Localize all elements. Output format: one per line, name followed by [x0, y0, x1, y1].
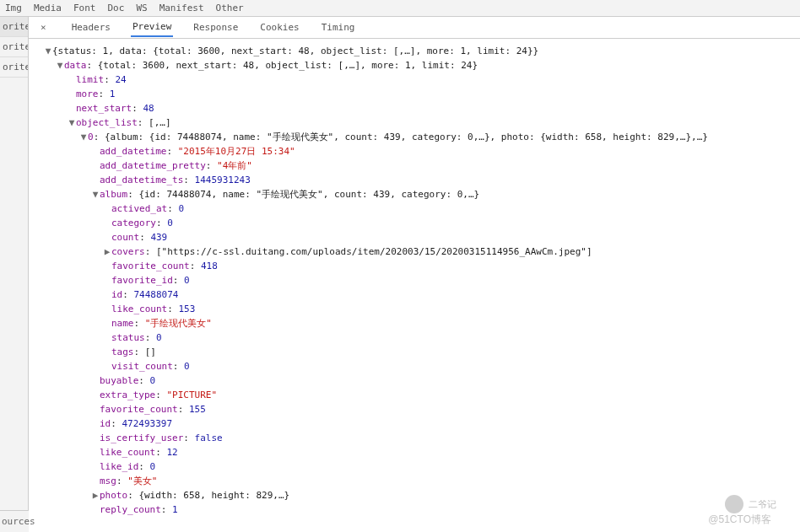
val-data[interactable]: {total: 3600, next_start: 48, object_lis… — [98, 60, 478, 71]
key-data[interactable]: data — [64, 60, 87, 71]
key-status[interactable]: status — [111, 332, 145, 343]
val-favorite-id: 0 — [184, 275, 190, 286]
tab-font[interactable]: Font — [73, 3, 96, 13]
val-add-datetime: "2015年10月27日 15:34" — [178, 146, 295, 157]
val-tags: [] — [145, 347, 156, 357]
key-album[interactable]: album — [100, 189, 127, 200]
tab-response[interactable]: Response — [192, 19, 240, 36]
key-reply-count[interactable]: reply_count — [100, 504, 161, 515]
tab-ws[interactable]: WS — [136, 3, 147, 13]
val-like-id: 0 — [150, 461, 156, 472]
json-tree[interactable]: ▼{status: 1, data: {total: 3600, next_st… — [29, 39, 800, 532]
watermark: 二爷记 — [725, 495, 776, 513]
key-like-count-album[interactable]: like_count — [111, 304, 167, 314]
request-item[interactable]: orite... — [0, 57, 28, 78]
tab-headers[interactable]: Headers — [70, 19, 112, 36]
key-extra-type[interactable]: extra_type — [100, 390, 155, 400]
val-add-datetime-ts: 1445931243 — [195, 175, 251, 185]
val-visit-count: 0 — [184, 361, 190, 372]
val-favorite-count: 155 — [189, 404, 206, 415]
val-object-list[interactable]: [,…] — [149, 117, 171, 128]
watermark-title: 二爷记 — [749, 498, 776, 511]
val-photo[interactable]: {width: 658, height: 829,…} — [138, 490, 289, 501]
key-visit-count[interactable]: visit_count — [111, 361, 173, 372]
tab-cookies[interactable]: Cookies — [258, 19, 300, 36]
collapse-icon[interactable]: ▶ — [91, 488, 100, 502]
key-favorite-count-album[interactable]: favorite_count — [111, 261, 190, 271]
key-count[interactable]: count — [111, 232, 139, 243]
tab-manifest[interactable]: Manifest — [159, 3, 204, 13]
key-add-datetime[interactable]: add_datetime — [100, 146, 166, 157]
val-name: "手绘现代美女" — [145, 318, 212, 329]
key-like-count[interactable]: like_count — [100, 447, 155, 458]
request-item[interactable]: orite... — [0, 17, 28, 37]
val-favorite-count-album: 418 — [201, 261, 218, 271]
key-more[interactable]: more — [76, 89, 99, 99]
sidebar-tab-sources[interactable]: ources — [0, 510, 29, 532]
key-buyable[interactable]: buyable — [100, 375, 138, 386]
key-msg[interactable]: msg — [100, 476, 116, 486]
watermark-icon — [725, 495, 743, 513]
key-like-id[interactable]: like_id — [100, 461, 138, 472]
val-buyable: 0 — [150, 375, 156, 386]
key-next-start[interactable]: next_start — [76, 103, 132, 114]
val-add-datetime-pretty: "4年前" — [217, 160, 252, 171]
key-is-certify-user[interactable]: is_certify_user — [100, 433, 183, 443]
key-tags[interactable]: tags — [111, 347, 134, 357]
key-add-datetime-ts[interactable]: add_datetime_ts — [100, 175, 183, 185]
val-category: 0 — [167, 218, 173, 228]
key-limit[interactable]: limit — [76, 74, 104, 85]
request-list: orite... orite... orite... ources — [0, 17, 29, 532]
val-index-0[interactable]: {album: {id: 74488074, name: "手绘现代美女", c… — [105, 132, 708, 142]
expand-icon[interactable]: ▼ — [91, 187, 100, 202]
filter-tabs: Img Media Font Doc WS Manifest Other — [0, 0, 800, 17]
expand-icon[interactable]: ▼ — [44, 44, 52, 58]
tab-doc[interactable]: Doc — [108, 3, 125, 13]
val-next-start: 48 — [143, 103, 154, 114]
val-more: 1 — [110, 89, 116, 99]
key-index-0[interactable]: 0 — [88, 132, 94, 142]
val-like-count: 12 — [166, 447, 177, 458]
val-extra-type: "PICTURE" — [166, 390, 217, 400]
expand-icon[interactable]: ▼ — [79, 130, 88, 144]
val-like-count-album: 153 — [178, 304, 195, 314]
detail-tabs: × Headers Preview Response Cookies Timin… — [29, 17, 800, 39]
key-category[interactable]: category — [111, 218, 156, 228]
val-reply-count: 1 — [172, 504, 178, 515]
key-covers[interactable]: covers — [111, 246, 145, 257]
tab-img[interactable]: Img — [5, 3, 22, 13]
val-album[interactable]: {id: 74488074, name: "手绘现代美女", count: 43… — [138, 189, 479, 200]
key-photo[interactable]: photo — [100, 490, 127, 501]
request-item[interactable]: orite... — [0, 37, 28, 57]
val-status: 0 — [156, 332, 162, 343]
key-actived-at[interactable]: actived_at — [111, 203, 167, 214]
val-id: 472493397 — [122, 418, 173, 429]
key-object-list[interactable]: object_list — [76, 117, 138, 128]
key-favorite-count[interactable]: favorite_count — [100, 404, 178, 415]
watermark-subtitle: @51CTO博客 — [708, 513, 771, 527]
close-icon[interactable]: × — [35, 22, 51, 33]
expand-icon[interactable]: ▼ — [56, 58, 64, 73]
tab-timing[interactable]: Timing — [320, 19, 357, 36]
val-album-id: 74488074 — [134, 289, 179, 300]
key-favorite-id[interactable]: favorite_id — [111, 275, 173, 286]
tab-preview[interactable]: Preview — [131, 18, 173, 37]
val-is-certify-user: false — [195, 433, 223, 443]
tab-media[interactable]: Media — [34, 3, 62, 13]
key-id[interactable]: id — [100, 418, 111, 429]
key-name[interactable]: name — [111, 318, 134, 329]
val-msg: "美女" — [127, 476, 157, 486]
tab-other[interactable]: Other — [216, 3, 244, 13]
key-album-id[interactable]: id — [111, 289, 122, 300]
val-actived-at: 0 — [178, 203, 184, 214]
val-covers[interactable]: ["https://c-ssl.duitang.com/uploads/item… — [156, 246, 592, 257]
val-count: 439 — [150, 232, 167, 243]
key-add-datetime-pretty[interactable]: add_datetime_pretty — [100, 160, 206, 171]
val-limit: 24 — [115, 74, 126, 85]
collapse-icon[interactable]: ▶ — [103, 245, 111, 259]
tree-root[interactable]: {status: 1, data: {total: 3600, next_sta… — [52, 46, 538, 56]
expand-icon[interactable]: ▼ — [68, 116, 76, 130]
